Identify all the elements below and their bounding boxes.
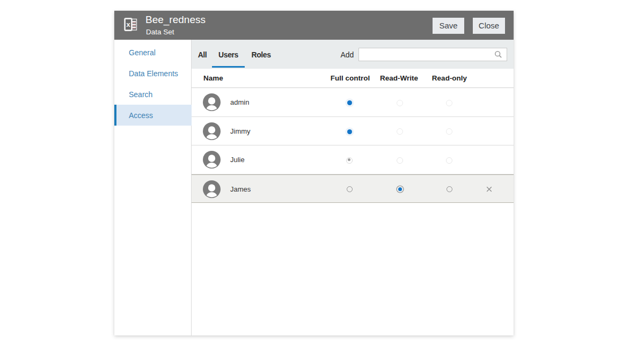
svg-text:x: x xyxy=(126,20,130,28)
